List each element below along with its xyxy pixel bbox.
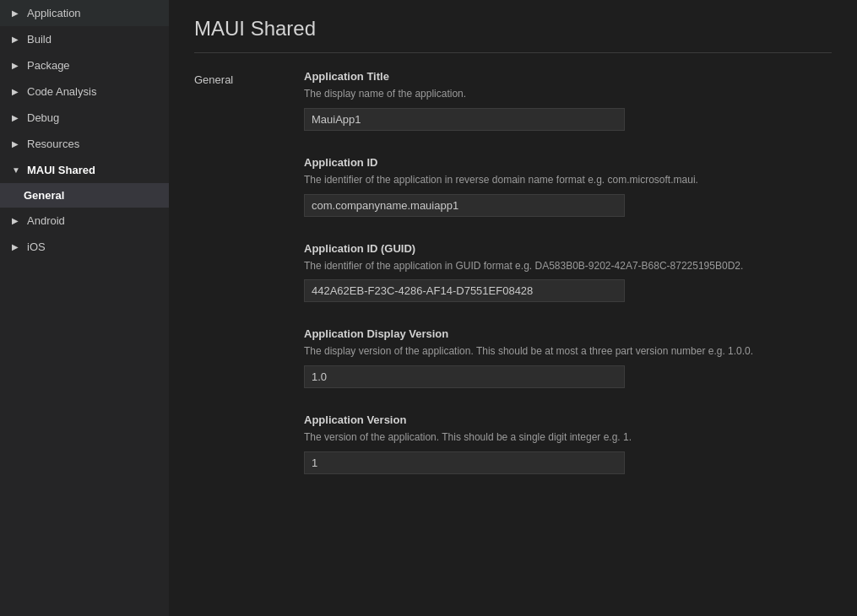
chevron-right-icon: ▶ xyxy=(12,87,24,96)
sidebar-item-label: Application xyxy=(27,7,81,19)
sidebar-item-label: MAUI Shared xyxy=(27,164,95,176)
field-app-title: Application Title The display name of th… xyxy=(304,70,832,131)
sidebar-item-application[interactable]: ▶ Application xyxy=(0,0,169,26)
chevron-right-icon: ▶ xyxy=(12,61,24,70)
sidebar-subitem-label: General xyxy=(24,189,64,202)
sidebar-item-debug[interactable]: ▶ Debug xyxy=(0,105,169,131)
field-desc-app-version: The version of the application. This sho… xyxy=(304,430,832,445)
field-input-app-id-guid[interactable] xyxy=(304,279,625,302)
field-desc-app-title: The display name of the application. xyxy=(304,87,832,101)
main-content: MAUI Shared General Application Title Th… xyxy=(169,0,857,616)
field-input-app-title[interactable] xyxy=(304,108,625,131)
sidebar-item-label: Resources xyxy=(27,138,79,150)
chevron-right-icon: ▶ xyxy=(12,216,24,225)
field-input-app-display-version[interactable] xyxy=(304,365,625,388)
page-title: MAUI Shared xyxy=(169,0,857,52)
sidebar-item-resources[interactable]: ▶ Resources xyxy=(0,131,169,157)
field-app-id-guid: Application ID (GUID) The identifier of … xyxy=(304,242,832,303)
field-desc-app-id-guid: The identifier of the application in GUI… xyxy=(304,259,832,273)
field-title-app-version: Application Version xyxy=(304,413,832,426)
field-input-app-version[interactable] xyxy=(304,451,625,474)
chevron-right-icon: ▶ xyxy=(12,8,24,18)
field-title-app-title: Application Title xyxy=(304,70,832,83)
sidebar: ▶ Application ▶ Build ▶ Package ▶ Code A… xyxy=(0,0,169,616)
sidebar-item-build[interactable]: ▶ Build xyxy=(0,26,169,52)
chevron-right-icon: ▶ xyxy=(12,113,24,122)
field-desc-app-display-version: The display version of the application. … xyxy=(304,344,832,359)
sidebar-item-code-analysis[interactable]: ▶ Code Analysis xyxy=(0,78,169,105)
sidebar-item-label: Package xyxy=(27,59,70,72)
sidebar-item-package[interactable]: ▶ Package xyxy=(0,52,169,78)
sidebar-item-label: Build xyxy=(27,33,52,46)
field-input-app-id[interactable] xyxy=(304,194,625,217)
field-title-app-id: Application ID xyxy=(304,156,832,169)
sidebar-item-maui-shared[interactable]: ▼ MAUI Shared xyxy=(0,157,169,183)
field-desc-app-id: The identifier of the application in rev… xyxy=(304,173,832,187)
sidebar-item-general[interactable]: General xyxy=(0,183,169,208)
field-app-version: Application Version The version of the a… xyxy=(304,413,832,474)
chevron-right-icon: ▶ xyxy=(12,139,24,149)
chevron-right-icon: ▶ xyxy=(12,242,24,251)
sidebar-item-ios[interactable]: ▶ iOS xyxy=(0,234,169,260)
chevron-right-icon: ▶ xyxy=(12,35,24,44)
sidebar-item-label: Android xyxy=(27,214,65,227)
content-area: General Application Title The display na… xyxy=(169,53,857,516)
field-app-id: Application ID The identifier of the app… xyxy=(304,156,832,217)
sidebar-item-android[interactable]: ▶ Android xyxy=(0,208,169,234)
sidebar-item-label: Debug xyxy=(27,111,59,124)
sidebar-item-label: Code Analysis xyxy=(27,85,96,98)
field-title-app-id-guid: Application ID (GUID) xyxy=(304,242,832,255)
sidebar-item-label: iOS xyxy=(27,240,46,253)
chevron-down-icon: ▼ xyxy=(12,165,24,175)
section-label: General xyxy=(194,70,304,500)
fields-container: Application Title The display name of th… xyxy=(304,70,832,500)
field-title-app-display-version: Application Display Version xyxy=(304,327,832,340)
field-app-display-version: Application Display Version The display … xyxy=(304,327,832,388)
